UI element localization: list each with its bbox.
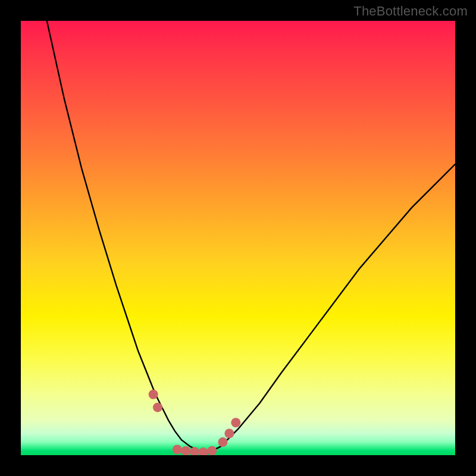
highlight-marker (149, 390, 158, 399)
highlight-marker (190, 447, 199, 455)
chart-frame: TheBottleneck.com (0, 0, 476, 476)
highlight-marker (181, 446, 190, 455)
series-left-curve (47, 21, 208, 453)
plot-area (21, 21, 455, 455)
highlight-marker (231, 418, 240, 427)
highlight-marker (218, 437, 227, 447)
highlight-marker (173, 445, 182, 455)
highlight-marker (224, 429, 234, 439)
series-right-curve (208, 164, 455, 453)
watermark-text: TheBottleneck.com (353, 4, 468, 19)
highlight-marker (207, 446, 217, 455)
highlight-marker (199, 447, 208, 455)
curves-layer (21, 21, 455, 455)
highlight-marker (153, 403, 162, 412)
